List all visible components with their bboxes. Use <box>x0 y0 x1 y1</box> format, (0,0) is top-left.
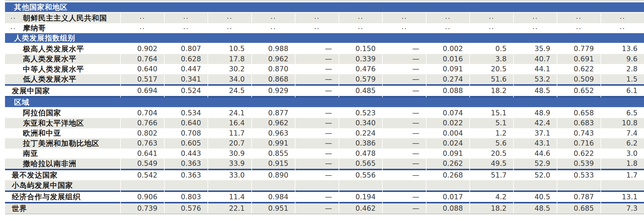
value-cell: 0.091 <box>426 64 470 74</box>
value-cell <box>121 180 165 190</box>
value-cell <box>339 180 383 190</box>
value-cell: — <box>383 158 426 169</box>
value-cell: 0.565 <box>339 158 383 169</box>
row-label-cell: 东亚和太平洋地区 <box>5 118 121 128</box>
data-row: 欧洲和中亚0.8020.70811.70.963—0.224—0.0041.23… <box>5 128 644 139</box>
table-bottom-rule <box>5 214 644 214</box>
value-cell: 52.9 <box>514 158 558 169</box>
data-row: 世界0.7390.57622.10.951—0.462—0.08818.248.… <box>5 203 644 214</box>
row-label: 小岛屿发展中国家 <box>12 180 73 190</box>
value-cell: — <box>295 128 339 139</box>
value-cell: .. <box>557 13 601 23</box>
value-cell: .. <box>601 13 644 23</box>
value-cell: 0.628 <box>165 54 208 64</box>
value-cell: 24.5 <box>208 86 252 96</box>
value-cell: 40.5 <box>514 192 558 202</box>
value-cell: .. <box>252 13 296 23</box>
row-label-cell: 最不发达国家 <box>5 170 121 180</box>
value-cell: 0.509 <box>557 74 601 85</box>
value-cell: 0.074 <box>426 108 470 118</box>
row-label: 最不发达国家 <box>12 170 58 180</box>
value-cell: .. <box>426 13 470 23</box>
value-cell: — <box>383 74 426 85</box>
value-cell: 0.341 <box>165 74 208 85</box>
value-cell: .. <box>121 23 165 33</box>
row-label: 经济合作与发展组织 <box>12 192 81 202</box>
value-cell: — <box>295 86 339 96</box>
value-cell: — <box>383 203 426 214</box>
row-label-cell: 撒哈拉以南非洲 <box>5 158 121 169</box>
value-cell: 16.4 <box>208 118 252 128</box>
value-cell: — <box>295 203 339 214</box>
value-cell: 20.7 <box>208 138 252 149</box>
value-cell: — <box>295 108 339 118</box>
row-label-cell: 欧洲和中亚 <box>5 128 121 139</box>
row-label: 东亚和太平洋地区 <box>23 118 84 128</box>
value-cell: 0.262 <box>426 158 470 169</box>
value-cell <box>208 180 252 190</box>
row-label-cell: 低人类发展水平 <box>5 74 121 85</box>
row-label: 拉丁美洲和加勒比地区 <box>23 139 99 148</box>
rank-marker: .. <box>10 12 16 21</box>
row-label: 低人类发展水平 <box>23 74 76 84</box>
rank-marker: .. <box>10 23 16 31</box>
section-header-row: 区域 <box>5 97 644 108</box>
data-row: 低人类发展水平0.5170.34134.00.868—0.579—0.27451… <box>5 74 644 85</box>
value-cell: 48.5 <box>514 203 558 214</box>
value-cell: 0.915 <box>252 158 296 169</box>
value-cell: 0.877 <box>252 108 296 118</box>
value-cell: 0.962 <box>252 118 296 128</box>
value-cell: .. <box>165 13 208 23</box>
value-cell: 0.462 <box>339 203 383 214</box>
data-row: ..朝鲜民主主义人民共和国........................ <box>5 13 644 23</box>
separator-segment <box>165 96 208 97</box>
value-cell: .. <box>208 23 252 33</box>
value-cell: — <box>295 149 339 159</box>
value-cell: 0.708 <box>165 128 208 139</box>
value-cell: 42.4 <box>514 118 558 128</box>
value-cell: 0.447 <box>165 64 208 74</box>
value-cell: — <box>295 118 339 128</box>
value-cell: 0.274 <box>426 74 470 85</box>
value-cell: 0.929 <box>252 86 296 96</box>
value-cell: 0.902 <box>121 44 165 54</box>
value-cell: — <box>295 54 339 64</box>
value-cell: 17.8 <box>208 54 252 64</box>
value-cell: — <box>383 128 426 139</box>
row-label-cell: 发展中国家 <box>5 86 121 96</box>
value-cell: .. <box>252 23 296 33</box>
value-cell: — <box>295 44 339 54</box>
value-cell: 0.802 <box>121 128 165 139</box>
value-cell: 0.524 <box>165 86 208 96</box>
value-cell: .. <box>470 13 514 23</box>
value-cell: 0.807 <box>165 44 208 54</box>
row-label-cell: 阿拉伯国家 <box>5 108 121 118</box>
separator-segment <box>5 96 121 97</box>
value-cell: — <box>383 118 426 128</box>
value-cell: 0.004 <box>426 128 470 139</box>
value-cell: — <box>295 170 339 180</box>
value-cell <box>601 180 644 190</box>
section-header-row: 人类发展指数组别 <box>5 33 644 44</box>
row-label: 摩纳哥 <box>23 23 46 33</box>
value-cell: 0.803 <box>165 192 208 202</box>
value-cell: — <box>383 170 426 180</box>
value-cell: 1.2 <box>470 128 514 139</box>
section-title: 其他国家和地区 <box>5 2 68 12</box>
value-cell: .. <box>339 13 383 23</box>
value-cell: 0.549 <box>121 158 165 169</box>
value-cell: 0.476 <box>339 64 383 74</box>
row-label: 发展中国家 <box>12 86 50 96</box>
value-cell: 0.787 <box>557 192 601 202</box>
value-cell: 0.766 <box>121 118 165 128</box>
value-cell: 0.556 <box>339 170 383 180</box>
value-cell: .. <box>601 23 644 33</box>
section-title: 人类发展指数组别 <box>5 33 75 43</box>
value-cell: .. <box>557 23 601 33</box>
value-cell: .. <box>470 23 514 33</box>
value-cell: 49.5 <box>470 158 514 169</box>
value-cell: 6.1 <box>601 86 644 96</box>
value-cell: 0.224 <box>339 128 383 139</box>
value-cell: — <box>383 192 426 202</box>
row-label: 南亚 <box>23 149 38 158</box>
